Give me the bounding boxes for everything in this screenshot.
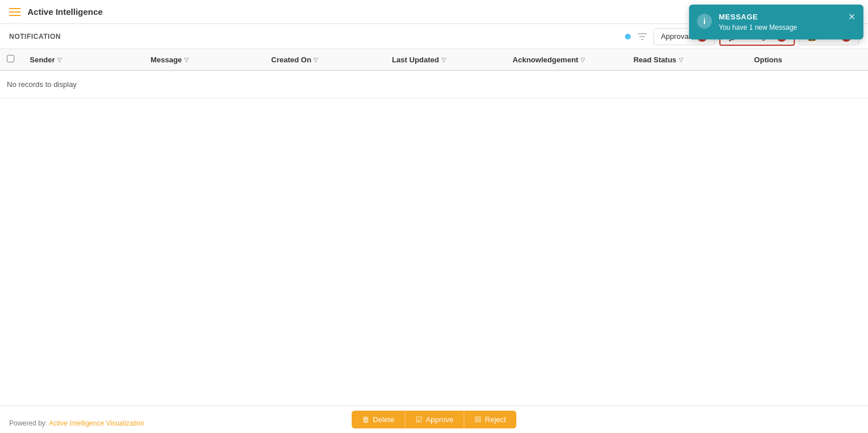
- ack-filter-icon[interactable]: ▽: [580, 57, 585, 63]
- col-read-status: Read Status ▽: [627, 49, 747, 70]
- notification-label: NOTIFICATION: [9, 33, 61, 41]
- checkbox-col-header: [0, 49, 23, 70]
- col-sender: Sender ▽: [23, 49, 144, 70]
- toast-content: MESSAGE You have 1 new Message: [719, 13, 841, 31]
- trash-icon: 🗑: [362, 415, 369, 424]
- status-dot: [625, 34, 631, 39]
- hamburger-menu[interactable]: [9, 8, 21, 16]
- col-created-on: Created On ▽: [264, 49, 385, 70]
- sender-filter-icon[interactable]: ▽: [57, 57, 62, 63]
- check-icon: ☑: [416, 415, 423, 424]
- no-records-row: No records to display: [0, 70, 868, 98]
- notifications-table: Sender ▽ Message ▽ Created On ▽: [0, 49, 868, 98]
- delete-label: Delete: [373, 415, 395, 424]
- col-acknowledgement: Acknowledgement ▽: [506, 49, 627, 70]
- table-body: No records to display: [0, 70, 868, 98]
- col-message: Message ▽: [144, 49, 264, 70]
- action-button-group: 🗑 Delete ☑ Approve ☒ Reject: [352, 411, 516, 428]
- table-header: Sender ▽ Message ▽ Created On ▽: [0, 49, 868, 70]
- no-records-text: No records to display: [0, 70, 868, 98]
- last-updated-filter-icon[interactable]: ▽: [441, 57, 446, 63]
- footer-link[interactable]: Active Intelligence Visualization: [49, 419, 144, 427]
- reject-button[interactable]: ☒ Reject: [464, 411, 516, 428]
- filter-icon[interactable]: [638, 33, 647, 41]
- footer: Powered by: Active Intelligence Visualiz…: [0, 406, 868, 433]
- toast-info-icon: i: [697, 14, 712, 29]
- toast-body: You have 1 new Message: [719, 23, 841, 31]
- created-on-filter-icon[interactable]: ▽: [313, 57, 318, 63]
- select-all-checkbox[interactable]: [7, 55, 14, 62]
- reject-label: Reject: [485, 415, 506, 424]
- toast-title: MESSAGE: [719, 13, 841, 21]
- read-status-filter-icon[interactable]: ▽: [679, 57, 683, 63]
- toast-notification: i MESSAGE You have 1 new Message ✕: [689, 5, 863, 39]
- table-container: Sender ▽ Message ▽ Created On ▽: [0, 49, 868, 406]
- x-square-icon: ☒: [475, 415, 481, 424]
- approve-button[interactable]: ☑ Approve: [405, 411, 464, 428]
- delete-button[interactable]: 🗑 Delete: [352, 411, 405, 428]
- col-last-updated: Last Updated ▽: [385, 49, 505, 70]
- toast-close-button[interactable]: ✕: [848, 13, 855, 22]
- app-title: Active Intelligence: [27, 7, 103, 17]
- message-filter-icon[interactable]: ▽: [184, 57, 189, 63]
- approve-label: Approve: [426, 415, 453, 424]
- col-options: Options: [747, 49, 868, 70]
- footer-powered-by: Powered by: Active Intelligence Visualiz…: [9, 419, 145, 427]
